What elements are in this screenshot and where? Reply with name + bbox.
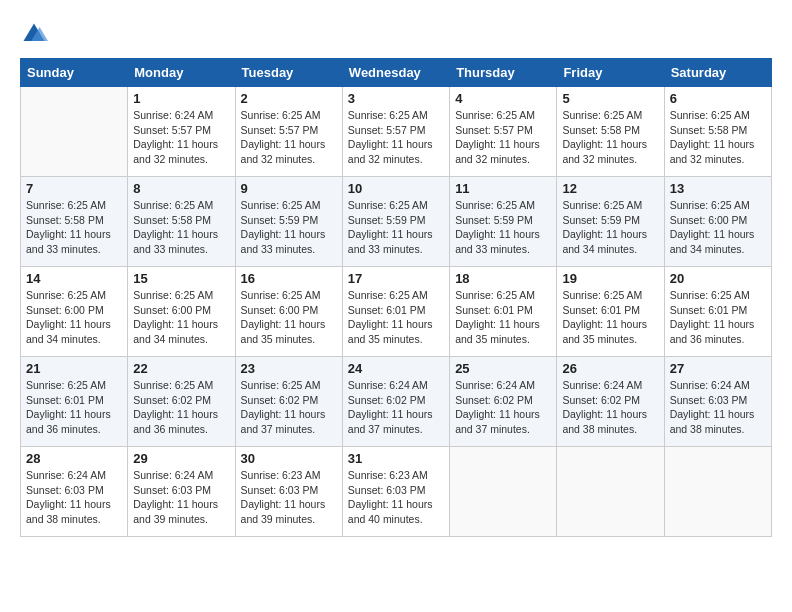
day-info: Sunrise: 6:25 AMSunset: 5:59 PMDaylight:… [241,198,337,257]
day-number: 30 [241,451,337,466]
calendar-header-row: SundayMondayTuesdayWednesdayThursdayFrid… [21,59,772,87]
calendar-cell: 28Sunrise: 6:24 AMSunset: 6:03 PMDayligh… [21,447,128,537]
calendar-cell: 27Sunrise: 6:24 AMSunset: 6:03 PMDayligh… [664,357,771,447]
day-info: Sunrise: 6:24 AMSunset: 6:03 PMDaylight:… [670,378,766,437]
calendar-cell: 12Sunrise: 6:25 AMSunset: 5:59 PMDayligh… [557,177,664,267]
calendar-header-friday: Friday [557,59,664,87]
day-info: Sunrise: 6:23 AMSunset: 6:03 PMDaylight:… [348,468,444,527]
day-number: 24 [348,361,444,376]
calendar-cell [450,447,557,537]
calendar-cell: 15Sunrise: 6:25 AMSunset: 6:00 PMDayligh… [128,267,235,357]
calendar-cell: 11Sunrise: 6:25 AMSunset: 5:59 PMDayligh… [450,177,557,267]
calendar-header-sunday: Sunday [21,59,128,87]
day-info: Sunrise: 6:25 AMSunset: 5:58 PMDaylight:… [670,108,766,167]
calendar-cell: 24Sunrise: 6:24 AMSunset: 6:02 PMDayligh… [342,357,449,447]
day-info: Sunrise: 6:25 AMSunset: 5:57 PMDaylight:… [455,108,551,167]
day-number: 3 [348,91,444,106]
day-info: Sunrise: 6:25 AMSunset: 5:59 PMDaylight:… [562,198,658,257]
calendar-cell: 16Sunrise: 6:25 AMSunset: 6:00 PMDayligh… [235,267,342,357]
page-header [20,20,772,48]
calendar-header-thursday: Thursday [450,59,557,87]
calendar-table: SundayMondayTuesdayWednesdayThursdayFrid… [20,58,772,537]
day-number: 10 [348,181,444,196]
calendar-cell: 5Sunrise: 6:25 AMSunset: 5:58 PMDaylight… [557,87,664,177]
calendar-cell [557,447,664,537]
day-info: Sunrise: 6:25 AMSunset: 6:00 PMDaylight:… [241,288,337,347]
calendar-cell: 2Sunrise: 6:25 AMSunset: 5:57 PMDaylight… [235,87,342,177]
day-info: Sunrise: 6:24 AMSunset: 5:57 PMDaylight:… [133,108,229,167]
calendar-cell: 9Sunrise: 6:25 AMSunset: 5:59 PMDaylight… [235,177,342,267]
day-number: 25 [455,361,551,376]
day-number: 5 [562,91,658,106]
day-number: 12 [562,181,658,196]
calendar-week-2: 7Sunrise: 6:25 AMSunset: 5:58 PMDaylight… [21,177,772,267]
calendar-header-tuesday: Tuesday [235,59,342,87]
day-number: 23 [241,361,337,376]
day-info: Sunrise: 6:25 AMSunset: 5:57 PMDaylight:… [348,108,444,167]
day-number: 15 [133,271,229,286]
day-number: 8 [133,181,229,196]
day-info: Sunrise: 6:24 AMSunset: 6:02 PMDaylight:… [562,378,658,437]
day-info: Sunrise: 6:24 AMSunset: 6:03 PMDaylight:… [133,468,229,527]
day-info: Sunrise: 6:25 AMSunset: 5:58 PMDaylight:… [26,198,122,257]
day-number: 17 [348,271,444,286]
day-number: 13 [670,181,766,196]
day-number: 1 [133,91,229,106]
calendar-cell: 23Sunrise: 6:25 AMSunset: 6:02 PMDayligh… [235,357,342,447]
day-number: 14 [26,271,122,286]
calendar-week-4: 21Sunrise: 6:25 AMSunset: 6:01 PMDayligh… [21,357,772,447]
day-number: 9 [241,181,337,196]
calendar-cell: 22Sunrise: 6:25 AMSunset: 6:02 PMDayligh… [128,357,235,447]
day-number: 11 [455,181,551,196]
calendar-cell: 20Sunrise: 6:25 AMSunset: 6:01 PMDayligh… [664,267,771,357]
calendar-cell: 7Sunrise: 6:25 AMSunset: 5:58 PMDaylight… [21,177,128,267]
day-info: Sunrise: 6:25 AMSunset: 6:01 PMDaylight:… [348,288,444,347]
calendar-cell: 30Sunrise: 6:23 AMSunset: 6:03 PMDayligh… [235,447,342,537]
day-info: Sunrise: 6:25 AMSunset: 6:01 PMDaylight:… [670,288,766,347]
calendar-cell [21,87,128,177]
calendar-week-3: 14Sunrise: 6:25 AMSunset: 6:00 PMDayligh… [21,267,772,357]
day-info: Sunrise: 6:25 AMSunset: 5:57 PMDaylight:… [241,108,337,167]
calendar-cell: 31Sunrise: 6:23 AMSunset: 6:03 PMDayligh… [342,447,449,537]
day-info: Sunrise: 6:24 AMSunset: 6:02 PMDaylight:… [348,378,444,437]
day-info: Sunrise: 6:25 AMSunset: 5:59 PMDaylight:… [348,198,444,257]
day-info: Sunrise: 6:25 AMSunset: 6:01 PMDaylight:… [26,378,122,437]
day-number: 6 [670,91,766,106]
calendar-cell: 6Sunrise: 6:25 AMSunset: 5:58 PMDaylight… [664,87,771,177]
day-info: Sunrise: 6:25 AMSunset: 5:59 PMDaylight:… [455,198,551,257]
day-info: Sunrise: 6:25 AMSunset: 6:02 PMDaylight:… [133,378,229,437]
day-number: 16 [241,271,337,286]
day-info: Sunrise: 6:25 AMSunset: 6:02 PMDaylight:… [241,378,337,437]
day-info: Sunrise: 6:24 AMSunset: 6:03 PMDaylight:… [26,468,122,527]
day-number: 19 [562,271,658,286]
day-info: Sunrise: 6:25 AMSunset: 5:58 PMDaylight:… [133,198,229,257]
calendar-header-wednesday: Wednesday [342,59,449,87]
calendar-week-5: 28Sunrise: 6:24 AMSunset: 6:03 PMDayligh… [21,447,772,537]
day-number: 2 [241,91,337,106]
calendar-cell: 19Sunrise: 6:25 AMSunset: 6:01 PMDayligh… [557,267,664,357]
day-info: Sunrise: 6:25 AMSunset: 6:00 PMDaylight:… [133,288,229,347]
day-number: 26 [562,361,658,376]
day-info: Sunrise: 6:25 AMSunset: 5:58 PMDaylight:… [562,108,658,167]
day-number: 27 [670,361,766,376]
calendar-cell: 18Sunrise: 6:25 AMSunset: 6:01 PMDayligh… [450,267,557,357]
calendar-header-saturday: Saturday [664,59,771,87]
day-number: 18 [455,271,551,286]
calendar-cell: 14Sunrise: 6:25 AMSunset: 6:00 PMDayligh… [21,267,128,357]
day-number: 28 [26,451,122,466]
calendar-cell: 1Sunrise: 6:24 AMSunset: 5:57 PMDaylight… [128,87,235,177]
day-number: 29 [133,451,229,466]
day-number: 4 [455,91,551,106]
day-number: 31 [348,451,444,466]
calendar-cell: 4Sunrise: 6:25 AMSunset: 5:57 PMDaylight… [450,87,557,177]
calendar-cell: 10Sunrise: 6:25 AMSunset: 5:59 PMDayligh… [342,177,449,267]
day-info: Sunrise: 6:25 AMSunset: 6:00 PMDaylight:… [26,288,122,347]
day-number: 21 [26,361,122,376]
day-info: Sunrise: 6:24 AMSunset: 6:02 PMDaylight:… [455,378,551,437]
day-number: 7 [26,181,122,196]
calendar-week-1: 1Sunrise: 6:24 AMSunset: 5:57 PMDaylight… [21,87,772,177]
day-number: 20 [670,271,766,286]
day-info: Sunrise: 6:23 AMSunset: 6:03 PMDaylight:… [241,468,337,527]
calendar-cell: 8Sunrise: 6:25 AMSunset: 5:58 PMDaylight… [128,177,235,267]
day-info: Sunrise: 6:25 AMSunset: 6:01 PMDaylight:… [562,288,658,347]
